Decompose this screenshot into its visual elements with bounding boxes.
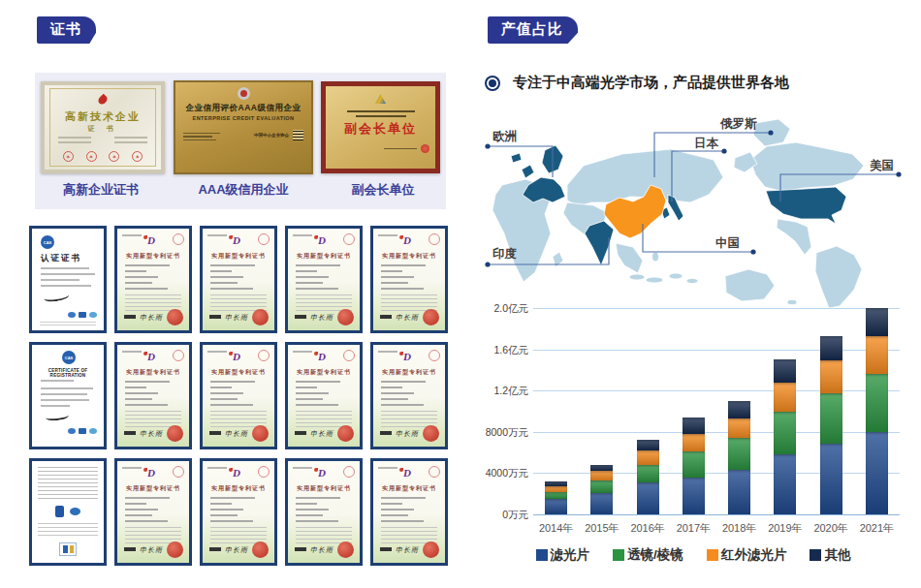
plaque-hightech-subtitle: 证 书 <box>50 124 155 134</box>
gridline <box>533 514 900 515</box>
red-stamp-icon: ✶ <box>132 151 143 162</box>
signature-bar <box>380 547 392 551</box>
stacked-bar-2017年 <box>683 418 705 514</box>
y-axis-tick-label: 8000万元 <box>480 426 528 440</box>
x-axis-tick-label: 2021年 <box>847 521 905 536</box>
patent-title: 实用新型专利证书 <box>288 368 360 377</box>
legend-swatch-icon <box>810 549 821 561</box>
signature-text: 申长雨 <box>140 545 163 555</box>
patent-title: 实用新型专利证书 <box>117 252 189 261</box>
signature-text: 申长雨 <box>310 429 333 439</box>
signature-text: 申长雨 <box>225 545 248 555</box>
red-stamp-icon: ✶ <box>86 151 97 162</box>
legend-label: 透镜/棱镜 <box>627 546 683 564</box>
bar-segment-红外滤光片 <box>590 471 613 480</box>
round-seal-outline-icon <box>429 350 440 361</box>
signature-text: 申长雨 <box>225 313 248 323</box>
cas-logo-icon: CAS <box>41 235 54 249</box>
patent-title: 实用新型专利证书 <box>288 252 360 261</box>
legend-label: 滤光片 <box>551 546 590 564</box>
bar-segment-滤光片 <box>637 482 659 514</box>
cas-title: 认证证书 <box>41 253 81 264</box>
bar-segment-透镜/棱镜 <box>590 480 613 493</box>
patent-office-logo-icon: D <box>403 351 411 362</box>
bar-segment-红外滤光片 <box>866 336 888 374</box>
patent-title: 实用新型专利证书 <box>373 484 445 493</box>
red-seal-icon <box>252 425 269 442</box>
medal-icon <box>238 87 250 100</box>
signature-text: 申长雨 <box>310 545 333 555</box>
headline-text: 专注于中高端光学市场，产品提供世界各地 <box>513 74 789 92</box>
accreditation-badges <box>68 312 97 318</box>
gridline <box>533 308 900 309</box>
legend-item: 红外滤光片 <box>707 546 787 564</box>
bar-segment-滤光片 <box>820 444 842 514</box>
patent-certificate: D 实用新型专利证书 申长雨 <box>114 342 192 449</box>
headline: 专注于中高端光学市场，产品提供世界各地 <box>487 74 789 92</box>
patent-office-logo-icon: D <box>147 234 155 246</box>
bar-segment-透镜/棱镜 <box>683 451 705 478</box>
legend-item: 透镜/棱镜 <box>613 546 683 564</box>
red-stamp-icon: ✶ <box>63 151 74 162</box>
bar-segment-滤光片 <box>683 478 705 514</box>
gridline <box>533 390 900 391</box>
plaque-text-line <box>347 110 415 112</box>
round-seal-outline-icon <box>343 466 355 478</box>
signature-bar <box>124 547 136 551</box>
patent-office-logo-icon: D <box>318 234 326 246</box>
stacked-bar-2020年 <box>820 336 842 514</box>
patent-office-logo-icon: D <box>147 467 155 479</box>
bar-segment-透镜/棱镜 <box>866 374 888 432</box>
flame-icon <box>97 94 110 107</box>
bar-segment-透镜/棱镜 <box>728 438 750 470</box>
red-stamps-row: ✶ ✶ ✶ ✶ <box>50 151 155 162</box>
bar-segment-透镜/棱镜 <box>820 393 842 443</box>
legend-label: 其他 <box>824 546 850 564</box>
stacked-bar-2021年 <box>866 308 888 514</box>
signature-text: 申长雨 <box>396 545 419 555</box>
section-badge-certificates: 证书 <box>37 16 96 44</box>
bullet-icon <box>487 77 498 89</box>
gridline <box>533 473 900 474</box>
y-axis-tick-label: 1.2亿元 <box>480 385 528 398</box>
plaque-hightech-title: 高新技术企业 <box>50 109 155 124</box>
bar-segment-红外滤光片 <box>774 383 796 412</box>
round-seal-outline-icon <box>343 350 355 361</box>
patent-certificate: D 实用新型专利证书 申长雨 <box>200 342 277 449</box>
patent-certificate: D 实用新型专利证书 申长雨 <box>370 342 448 449</box>
gridline <box>533 432 900 433</box>
association-logo-icon <box>375 94 386 104</box>
plaque-caption-aaa: AAA级信用企业 <box>167 181 320 199</box>
plaque-aaa-credit: 企业信用评价AAA级信用企业 ENTERPRISE CREDIT EVALUAT… <box>174 80 313 174</box>
accreditation-badges <box>68 428 97 434</box>
bar-segment-其他 <box>866 308 888 336</box>
bar-segment-透镜/棱镜 <box>545 492 567 499</box>
bar-segment-红外滤光片 <box>728 418 750 438</box>
red-seal-icon <box>337 309 354 325</box>
legend-label: 红外滤光片 <box>721 546 787 564</box>
legend-swatch-icon <box>613 549 624 561</box>
legend-item: 滤光片 <box>536 546 590 564</box>
signature-bar <box>380 315 392 319</box>
blue-logos <box>32 506 104 517</box>
patent-certificate: D 实用新型专利证书 申长雨 <box>200 226 277 333</box>
map-label-usa: 美国 <box>869 158 894 172</box>
australia-shape <box>725 269 775 301</box>
plaque-vice-president: 副会长单位 <box>321 81 440 173</box>
mexico-shape <box>777 219 811 255</box>
red-seal-icon <box>167 425 183 442</box>
bar-segment-其他 <box>683 418 705 434</box>
south-america-shape <box>815 246 862 308</box>
patent-certificate: D 实用新型专利证书 申长雨 <box>370 226 448 333</box>
patent-title: 实用新型专利证书 <box>373 252 445 261</box>
label-dot-russia <box>768 130 773 135</box>
red-seal-icon <box>337 425 354 442</box>
map-label-china: 中国 <box>715 236 740 250</box>
bar-segment-透镜/棱镜 <box>637 465 659 482</box>
signature-bar <box>209 315 221 319</box>
uk-shape <box>522 165 534 178</box>
usa-shape <box>766 187 846 224</box>
patent-certificate: D 实用新型专利证书 申长雨 <box>285 458 363 566</box>
plaque-aaa-org: 中国中小企业协会 <box>254 133 289 138</box>
red-seal-icon <box>421 144 429 153</box>
